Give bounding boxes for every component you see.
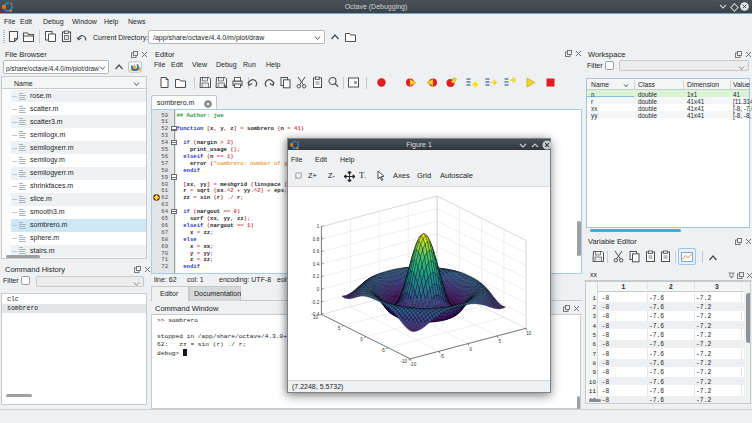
svg-text:0: 0: [360, 337, 363, 342]
svg-text:-5: -5: [381, 348, 386, 353]
svg-text:0.2: 0.2: [313, 274, 320, 279]
svg-text:5: 5: [499, 339, 502, 344]
svg-text:0.6: 0.6: [313, 249, 320, 254]
svg-text:0.8: 0.8: [313, 237, 320, 242]
svg-text:-10: -10: [400, 359, 407, 364]
svg-text:-0.2: -0.2: [311, 300, 319, 305]
svg-text:0.4: 0.4: [313, 262, 320, 267]
svg-text:5: 5: [338, 326, 341, 331]
svg-text:10: 10: [526, 331, 532, 336]
svg-text:-5: -5: [440, 354, 445, 359]
svg-text:0: 0: [470, 347, 473, 352]
svg-text:10: 10: [313, 315, 319, 320]
svg-text:0: 0: [317, 287, 320, 292]
svg-text:1: 1: [317, 224, 320, 229]
svg-text:-10: -10: [410, 362, 417, 367]
